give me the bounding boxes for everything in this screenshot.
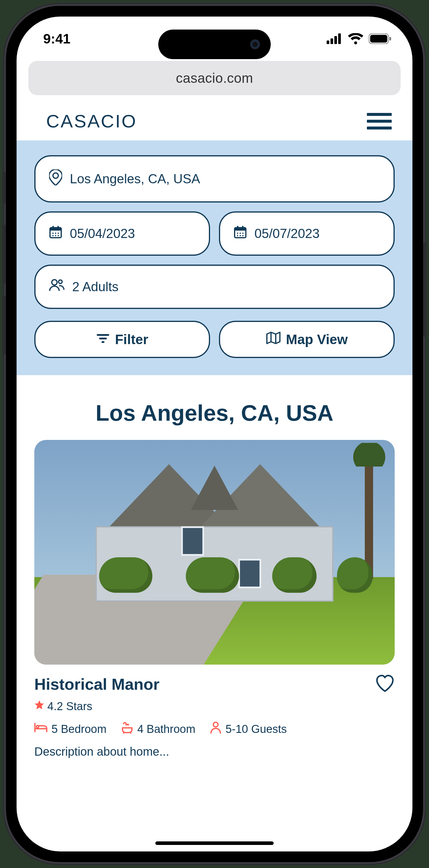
calendar-icon [234,225,247,242]
listing-title[interactable]: Historical Manor [34,675,160,693]
svg-rect-32 [97,334,109,336]
dynamic-island [158,30,271,59]
svg-point-36 [213,722,218,727]
bedrooms-text: 5 Bedroom [52,723,107,736]
home-indicator[interactable] [155,841,274,845]
filter-label: Filter [115,332,148,347]
svg-point-17 [52,235,54,236]
svg-point-30 [52,280,57,285]
battery-icon [369,33,392,44]
browser-url-bar[interactable]: casacio.com [28,61,401,95]
date-to-input[interactable]: 05/07/2023 [219,211,395,256]
star-icon [34,700,45,713]
people-icon [49,279,64,294]
bath-icon [121,722,133,737]
svg-rect-8 [367,120,392,123]
location-value: Los Angeles, CA, USA [70,172,200,186]
date-to-value: 05/07/2023 [254,226,319,241]
bathrooms-text: 4 Bathroom [137,723,195,736]
svg-point-31 [59,280,62,283]
date-from-input[interactable]: 05/04/2023 [34,211,210,256]
svg-point-24 [237,233,238,234]
svg-point-15 [55,233,56,234]
svg-rect-7 [367,113,392,116]
browser-url-text: casacio.com [176,70,253,86]
rating-text: 4.2 Stars [47,700,92,713]
guests-value: 2 Adults [72,279,119,294]
listing-rating: 4.2 Stars [34,700,395,713]
svg-rect-1 [331,38,333,44]
svg-point-28 [240,235,241,236]
svg-rect-6 [389,37,391,40]
svg-rect-9 [367,127,392,129]
date-from-value: 05/04/2023 [70,226,135,241]
svg-point-35 [36,725,39,728]
map-view-button[interactable]: Map View [219,321,395,358]
svg-rect-3 [338,33,341,44]
svg-point-25 [240,233,241,234]
svg-rect-11 [50,228,61,230]
calendar-icon [49,225,62,242]
map-icon [266,332,281,347]
guests-input[interactable]: 2 Adults [34,265,395,309]
svg-rect-22 [237,226,238,229]
svg-rect-34 [102,341,105,343]
svg-rect-2 [334,36,337,44]
svg-point-27 [237,235,238,236]
filter-button[interactable]: Filter [34,321,210,358]
filter-icon [96,332,110,347]
map-pin-icon [49,169,62,188]
svg-rect-5 [370,35,387,42]
listing-amenities: 5 Bedroom 4 Bathroom 5-10 Guests [34,722,395,737]
location-input[interactable]: Los Angeles, CA, USA [34,155,395,203]
status-time: 9:41 [43,31,70,47]
svg-point-29 [242,235,244,236]
listing-description: Description about home... [34,745,395,758]
menu-button[interactable] [367,112,392,131]
app-header: CASACIO [17,102,412,141]
results-heading: Los Angeles, CA, USA [34,400,395,426]
svg-point-16 [58,233,59,234]
svg-rect-21 [235,228,246,230]
svg-rect-12 [52,226,54,229]
listing-image[interactable] [34,440,395,664]
svg-rect-0 [326,40,329,44]
svg-rect-33 [99,338,107,339]
favorite-button[interactable] [375,675,395,693]
svg-point-14 [52,233,54,234]
svg-rect-23 [242,226,244,229]
svg-point-26 [242,233,244,234]
cell-signal-icon [326,33,343,44]
results-section: Los Angeles, CA, USA Historical Manor [17,375,412,758]
brand-logo[interactable]: CASACIO [46,111,137,131]
svg-point-19 [58,235,59,236]
svg-point-18 [55,235,56,236]
wifi-icon [348,33,363,44]
guests-text: 5-10 Guests [225,723,287,736]
bed-icon [34,723,47,736]
svg-rect-13 [57,226,59,229]
search-panel: Los Angeles, CA, USA 05/04/2023 05/07/20… [17,141,412,375]
person-icon [210,722,221,737]
map-view-label: Map View [286,332,348,347]
